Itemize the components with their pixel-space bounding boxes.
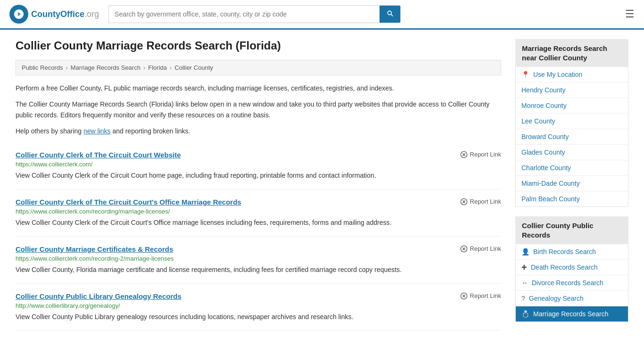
breadcrumb-florida[interactable]: Florida xyxy=(148,64,167,71)
site-header: CountyOffice.org ☰ xyxy=(0,0,644,30)
report-link-button-2[interactable]: Report Link xyxy=(460,245,501,253)
result-card-3: Collier County Public Library Genealogy … xyxy=(16,284,501,331)
breadcrumb-public-records[interactable]: Public Records xyxy=(22,64,63,71)
records-link-0[interactable]: Birth Records Search xyxy=(533,248,596,255)
nearby-link-5[interactable]: Glades County xyxy=(521,148,565,156)
menu-button[interactable]: ☰ xyxy=(625,9,635,19)
breadcrumb-marriage-records-search[interactable]: Marriage Records Search xyxy=(71,64,140,71)
result-card-1: Collier County Clerk of The Circuit Cour… xyxy=(16,189,501,237)
records-item-2[interactable]: ↔Divorce Records Search xyxy=(516,275,628,291)
logo-icon xyxy=(9,5,28,24)
rings-icon: 💍 xyxy=(521,310,529,318)
nearby-item-0[interactable]: 📍Use My Location xyxy=(516,67,628,82)
nearby-link-2[interactable]: Monroe County xyxy=(521,102,567,109)
nearby-section: Marriage Records Search near Collier Cou… xyxy=(515,39,628,207)
page-title: Collier County Marriage Records Search (… xyxy=(16,39,501,52)
public-records-heading: Collier County Public Records xyxy=(515,216,628,244)
result-card-0: Collier County Clerk of The Circuit Cour… xyxy=(16,142,501,189)
breadcrumb: Public Records › Marriage Records Search… xyxy=(16,60,501,75)
results-container: Collier County Clerk of The Circuit Cour… xyxy=(16,142,501,331)
result-title-0[interactable]: Collier County Clerk of The Circuit Cour… xyxy=(16,151,181,159)
description-1: Perform a free Collier County, FL public… xyxy=(16,83,501,93)
nearby-item-8[interactable]: Palm Beach County xyxy=(516,191,628,206)
records-link-1[interactable]: Death Records Search xyxy=(531,263,598,271)
records-item-1[interactable]: ✚Death Records Search xyxy=(516,260,628,275)
nearby-item-7[interactable]: Miami-Dade County xyxy=(516,176,628,191)
nearby-heading: Marriage Records Search near Collier Cou… xyxy=(515,39,628,67)
public-records-section: Collier County Public Records 👤Birth Rec… xyxy=(515,216,628,322)
result-url-2: https://www.collierclerk.com/recording-2… xyxy=(16,255,501,262)
result-card-2: Collier County Marriage Certificates & R… xyxy=(16,237,501,284)
report-link-button-3[interactable]: Report Link xyxy=(460,292,501,300)
logo-link[interactable]: CountyOffice.org xyxy=(9,5,99,24)
nearby-link-4[interactable]: Broward County xyxy=(521,133,569,140)
nearby-item-1[interactable]: Hendry County xyxy=(516,82,628,98)
records-item-3[interactable]: ?Genealogy Search xyxy=(516,291,628,306)
new-links-link[interactable]: new links xyxy=(83,127,111,135)
question-icon: ? xyxy=(521,295,525,302)
nearby-item-6[interactable]: Charlotte County xyxy=(516,160,628,176)
result-desc-1: View Collier County Clerk of the Circuit… xyxy=(16,218,501,228)
nearby-item-3[interactable]: Lee County xyxy=(516,114,628,129)
report-link-button-1[interactable]: Report Link xyxy=(460,198,501,206)
records-item-0[interactable]: 👤Birth Records Search xyxy=(516,244,628,260)
sidebar: Marriage Records Search near Collier Cou… xyxy=(515,39,628,331)
nearby-link-7[interactable]: Miami-Dade County xyxy=(521,180,580,187)
nearby-list: 📍Use My LocationHendry CountyMonroe Coun… xyxy=(515,67,628,207)
result-title-2[interactable]: Collier County Marriage Certificates & R… xyxy=(16,245,173,253)
records-link-3[interactable]: Genealogy Search xyxy=(529,295,584,302)
search-bar xyxy=(108,5,401,23)
result-desc-2: View Collier County, Florida marriage ce… xyxy=(16,265,501,275)
result-url-0: https://www.collierclerk.com/ xyxy=(16,161,501,168)
records-list: 👤Birth Records Search✚Death Records Sear… xyxy=(515,244,628,322)
search-button[interactable] xyxy=(380,6,400,23)
person-icon: 👤 xyxy=(521,248,529,255)
nearby-link-6[interactable]: Charlotte County xyxy=(521,164,571,172)
report-link-button-0[interactable]: Report Link xyxy=(460,151,501,158)
result-title-1[interactable]: Collier County Clerk of The Circuit Cour… xyxy=(16,198,241,206)
page-container: Collier County Marriage Records Search (… xyxy=(6,30,638,341)
logo-text: CountyOffice.org xyxy=(31,9,99,19)
records-item-4[interactable]: 💍Marriage Records Search xyxy=(516,306,628,321)
result-url-3: http://www.collierlibrary.org/genealogy/ xyxy=(16,302,501,309)
nearby-item-2[interactable]: Monroe County xyxy=(516,98,628,114)
result-url-1: https://www.collierclerk.com/recording/m… xyxy=(16,208,501,215)
nearby-link-0[interactable]: Use My Location xyxy=(533,71,582,78)
breadcrumb-collier-county[interactable]: Collier County xyxy=(174,64,213,71)
nearby-link-8[interactable]: Palm Beach County xyxy=(521,195,580,203)
result-desc-3: View Collier County Public Library genea… xyxy=(16,312,501,322)
nearby-link-1[interactable]: Hendry County xyxy=(521,86,565,94)
nearby-item-5[interactable]: Glades County xyxy=(516,145,628,160)
description-3: Help others by sharing new links and rep… xyxy=(16,126,501,136)
description-2: The Collier County Marriage Records Sear… xyxy=(16,99,501,120)
nearby-item-4[interactable]: Broward County xyxy=(516,129,628,145)
nearby-link-3[interactable]: Lee County xyxy=(521,117,555,125)
records-link-4[interactable]: Marriage Records Search xyxy=(533,310,609,318)
arrows-icon: ↔ xyxy=(521,279,528,287)
plus-icon: ✚ xyxy=(521,263,527,271)
main-content: Collier County Marriage Records Search (… xyxy=(16,39,501,331)
result-desc-0: View Collier County Clerk of the Circuit… xyxy=(16,171,501,181)
location-icon: 📍 xyxy=(521,71,529,78)
search-input[interactable] xyxy=(109,6,380,23)
result-title-3[interactable]: Collier County Public Library Genealogy … xyxy=(16,292,182,300)
records-link-2[interactable]: Divorce Records Search xyxy=(532,279,603,287)
